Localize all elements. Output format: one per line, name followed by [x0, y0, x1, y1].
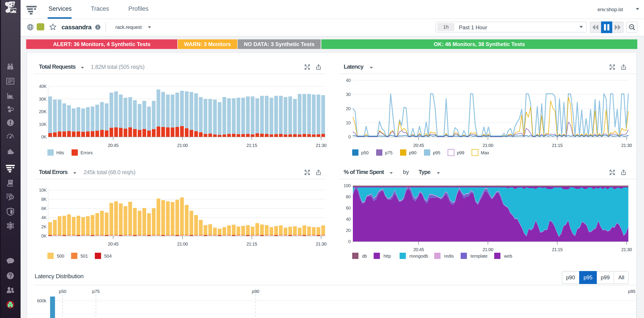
- svg-text:p50: p50: [59, 289, 66, 294]
- svg-text:100: 100: [344, 183, 350, 188]
- svg-text:20:45: 20:45: [413, 143, 424, 148]
- svg-text:0K: 0K: [41, 234, 47, 238]
- svg-text:8K: 8K: [41, 197, 47, 202]
- svg-text:web: web: [504, 254, 512, 258]
- svg-text:20:45: 20:45: [108, 242, 118, 246]
- svg-text:21:00: 21:00: [482, 247, 493, 252]
- svg-text:21:00: 21:00: [177, 242, 188, 246]
- svg-text:30: 30: [346, 92, 351, 97]
- svg-text:80: 80: [346, 194, 351, 199]
- svg-text:0: 0: [348, 134, 350, 139]
- svg-text:0K: 0K: [41, 134, 47, 139]
- svg-text:21:15: 21:15: [246, 143, 257, 148]
- svg-text:Max: Max: [481, 150, 489, 155]
- svg-text:6K: 6K: [41, 206, 47, 211]
- svg-text:30K: 30K: [39, 96, 47, 102]
- svg-text:40: 40: [346, 78, 351, 83]
- svg-text:p95: p95: [628, 289, 636, 294]
- svg-text:21:15: 21:15: [552, 247, 562, 252]
- svg-text:20:45: 20:45: [108, 143, 118, 148]
- svg-text:p90: p90: [409, 150, 416, 155]
- svg-text:40: 40: [346, 217, 351, 222]
- svg-text:10K: 10K: [39, 122, 47, 127]
- svg-text:20:45: 20:45: [413, 247, 424, 252]
- svg-text:21:30: 21:30: [316, 143, 326, 148]
- svg-text:501: 501: [80, 254, 88, 258]
- svg-text:0: 0: [348, 239, 350, 244]
- svg-text:21:15: 21:15: [246, 242, 257, 246]
- svg-text:Hits: Hits: [56, 150, 64, 155]
- svg-text:p99: p99: [457, 150, 464, 155]
- svg-text:http: http: [384, 254, 391, 258]
- svg-text:redis: redis: [444, 254, 454, 258]
- svg-text:40K: 40K: [39, 84, 47, 89]
- svg-text:10: 10: [346, 120, 351, 125]
- svg-text:mongodb: mongodb: [410, 254, 428, 258]
- svg-text:Errors: Errors: [80, 150, 92, 155]
- svg-text:21:15: 21:15: [552, 143, 562, 148]
- svg-text:500: 500: [57, 254, 64, 258]
- svg-text:10K: 10K: [39, 188, 47, 192]
- svg-text:21:30: 21:30: [621, 143, 632, 148]
- svg-text:504: 504: [104, 254, 112, 258]
- svg-text:21:00: 21:00: [177, 143, 188, 148]
- svg-text:template: template: [470, 254, 488, 258]
- svg-text:p75: p75: [385, 150, 392, 155]
- svg-text:p50: p50: [361, 150, 368, 155]
- svg-text:600k: 600k: [37, 298, 47, 303]
- svg-text:p75: p75: [92, 289, 100, 294]
- svg-text:db: db: [362, 254, 367, 258]
- svg-text:21:30: 21:30: [621, 247, 632, 252]
- svg-text:p95: p95: [433, 150, 440, 155]
- svg-text:60: 60: [346, 206, 351, 210]
- svg-text:21:00: 21:00: [482, 143, 493, 148]
- svg-text:20: 20: [346, 106, 351, 111]
- svg-text:p90: p90: [252, 289, 259, 294]
- svg-text:21:30: 21:30: [316, 242, 326, 246]
- svg-text:20K: 20K: [39, 109, 47, 114]
- svg-text:20: 20: [346, 228, 351, 233]
- svg-text:4K: 4K: [41, 215, 47, 220]
- svg-text:2K: 2K: [41, 224, 47, 229]
